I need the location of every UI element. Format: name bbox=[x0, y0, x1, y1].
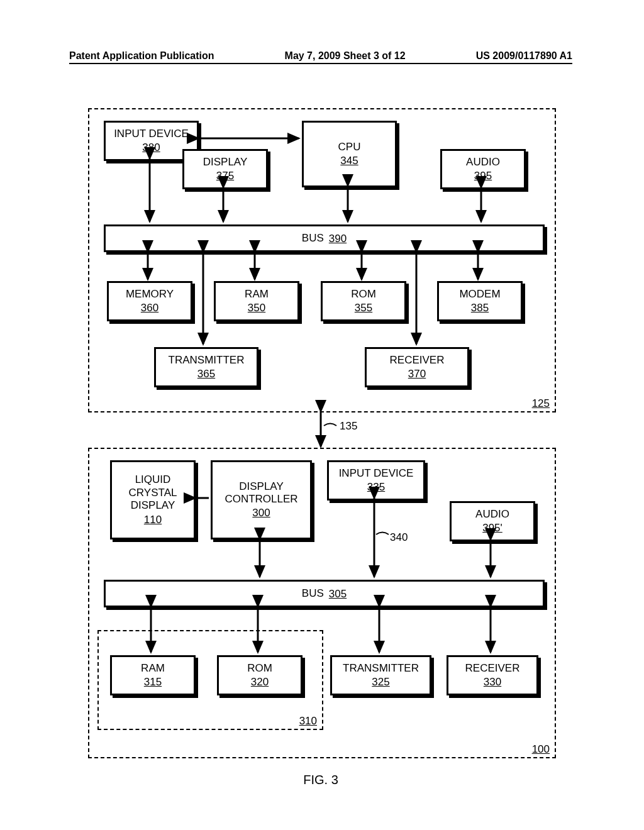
box-ram-top: RAM 350 bbox=[214, 281, 299, 321]
box-transmitter-bot: TRANSMITTER 325 bbox=[330, 655, 431, 695]
box-rom-top: ROM 355 bbox=[321, 281, 406, 321]
box-modem: MODEM 385 bbox=[437, 281, 523, 321]
box-receiver-bot: RECEIVER 330 bbox=[447, 655, 538, 695]
label-340: 340 bbox=[390, 531, 408, 544]
header-left: Patent Application Publication bbox=[69, 50, 214, 62]
box-audio-top: AUDIO 395 bbox=[440, 149, 526, 189]
diagram-canvas: 125 INPUT DEVICE 380 CPU 345 DISPLAY 375… bbox=[69, 96, 572, 787]
group-100-ref: 100 bbox=[532, 743, 550, 756]
box-memory: MEMORY 360 bbox=[107, 281, 192, 321]
box-audio-bot: AUDIO 395' bbox=[450, 501, 535, 541]
box-ram-bot: RAM 315 bbox=[110, 655, 196, 695]
box-cpu: CPU 345 bbox=[302, 121, 397, 187]
box-rom-bot: ROM 320 bbox=[217, 655, 303, 695]
box-bus-bot: BUS 305 bbox=[104, 580, 545, 607]
header-right: US 2009/0117890 A1 bbox=[476, 50, 572, 62]
group-310-ref: 310 bbox=[299, 715, 317, 728]
box-lcd: LIQUID CRYSTAL DISPLAY 110 bbox=[110, 460, 196, 540]
box-receiver-top: RECEIVER 370 bbox=[365, 347, 469, 387]
group-125-ref: 125 bbox=[532, 397, 550, 410]
box-display: DISPLAY 375 bbox=[182, 149, 268, 189]
page-header: Patent Application Publication May 7, 20… bbox=[69, 50, 572, 64]
box-display-controller: DISPLAY CONTROLLER 300 bbox=[211, 460, 312, 540]
header-mid: May 7, 2009 Sheet 3 of 12 bbox=[285, 50, 406, 62]
label-135: 135 bbox=[340, 420, 357, 433]
box-input-device-bot: INPUT DEVICE 335 bbox=[327, 460, 425, 501]
figure-caption: FIG. 3 bbox=[69, 773, 572, 787]
box-transmitter-top: TRANSMITTER 365 bbox=[154, 347, 258, 387]
box-bus-top: BUS 390 bbox=[104, 224, 545, 252]
